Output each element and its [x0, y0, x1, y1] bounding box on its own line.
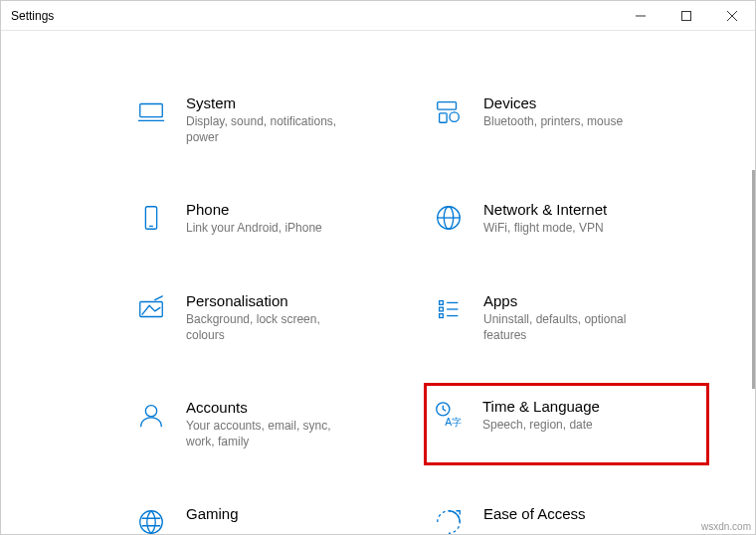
svg-rect-17 — [440, 307, 444, 311]
maximize-button[interactable] — [663, 1, 709, 31]
svg-point-7 — [450, 112, 459, 121]
tile-desc: Link your Android, iPhone — [186, 220, 322, 236]
tile-accounts[interactable]: Accounts Your accounts, email, sync, wor… — [130, 395, 408, 453]
tile-network[interactable]: Network & Internet WiFi, flight mode, VP… — [428, 197, 705, 240]
svg-rect-4 — [140, 104, 163, 117]
svg-rect-1 — [682, 11, 691, 20]
watermark: wsxdn.com — [701, 521, 751, 532]
tile-title: Network & Internet — [483, 201, 607, 218]
tile-ease-of-access[interactable]: Ease of Access — [428, 501, 705, 535]
tile-devices[interactable]: Devices Bluetooth, printers, mouse — [428, 90, 705, 149]
title-bar: Settings — [1, 1, 755, 31]
svg-rect-6 — [438, 102, 457, 110]
tile-title: System — [186, 94, 355, 111]
tile-desc: Your accounts, email, sync, work, family — [186, 418, 355, 449]
tile-phone[interactable]: Phone Link your Android, iPhone — [130, 197, 408, 240]
tile-system[interactable]: System Display, sound, notifications, po… — [130, 90, 408, 149]
tile-text: Gaming — [186, 505, 239, 524]
tile-title: Personalisation — [186, 292, 355, 309]
settings-grid: System Display, sound, notifications, po… — [1, 31, 755, 535]
time-language-icon: A字 — [431, 398, 465, 432]
minimize-button[interactable] — [618, 1, 663, 31]
tile-title: Gaming — [186, 505, 239, 522]
apps-icon — [432, 292, 466, 326]
tile-text: Personalisation Background, lock screen,… — [186, 292, 355, 343]
svg-text:A字: A字 — [445, 417, 462, 428]
accounts-icon — [134, 399, 168, 433]
tile-desc: Bluetooth, printers, mouse — [483, 113, 623, 129]
personalisation-icon — [134, 292, 168, 326]
tile-text: System Display, sound, notifications, po… — [186, 94, 355, 145]
tile-text: Accounts Your accounts, email, sync, wor… — [186, 399, 355, 449]
tile-text: Network & Internet WiFi, flight mode, VP… — [483, 201, 607, 236]
tile-text: Apps Uninstall, defaults, optional featu… — [483, 292, 653, 343]
tile-title: Accounts — [186, 399, 355, 416]
svg-rect-14 — [140, 301, 163, 316]
tile-text: Phone Link your Android, iPhone — [186, 201, 322, 236]
gaming-icon — [134, 505, 168, 535]
network-icon — [432, 201, 466, 235]
svg-rect-15 — [440, 300, 444, 304]
tile-apps[interactable]: Apps Uninstall, defaults, optional featu… — [428, 288, 705, 347]
svg-point-21 — [145, 406, 156, 417]
tile-personalisation[interactable]: Personalisation Background, lock screen,… — [130, 288, 408, 347]
tile-title: Ease of Access — [483, 505, 586, 522]
tile-time-language[interactable]: A字 Time & Language Speech, region, date — [424, 383, 709, 465]
devices-icon — [432, 94, 466, 128]
system-icon — [134, 94, 168, 128]
tile-text: Devices Bluetooth, printers, mouse — [483, 94, 623, 129]
close-button[interactable] — [709, 1, 755, 31]
scrollbar[interactable] — [752, 170, 755, 389]
tile-gaming[interactable]: Gaming — [130, 501, 408, 535]
window-title: Settings — [11, 9, 54, 23]
tile-desc: WiFi, flight mode, VPN — [483, 220, 607, 236]
ease-of-access-icon — [432, 505, 466, 535]
tile-title: Apps — [483, 292, 653, 309]
tile-title: Phone — [186, 201, 322, 218]
tile-title: Devices — [483, 94, 623, 111]
svg-rect-8 — [440, 113, 448, 122]
phone-icon — [134, 201, 168, 235]
window-controls — [618, 1, 755, 31]
tile-title: Time & Language — [482, 398, 600, 415]
svg-point-24 — [140, 511, 163, 534]
svg-rect-19 — [440, 313, 444, 317]
tile-desc: Background, lock screen, colours — [186, 311, 355, 343]
tile-desc: Speech, region, date — [482, 417, 600, 433]
tile-text: Time & Language Speech, region, date — [482, 398, 600, 433]
tile-desc: Uninstall, defaults, optional features — [483, 311, 653, 343]
tile-text: Ease of Access — [483, 505, 586, 524]
tile-desc: Display, sound, notifications, power — [186, 113, 355, 145]
